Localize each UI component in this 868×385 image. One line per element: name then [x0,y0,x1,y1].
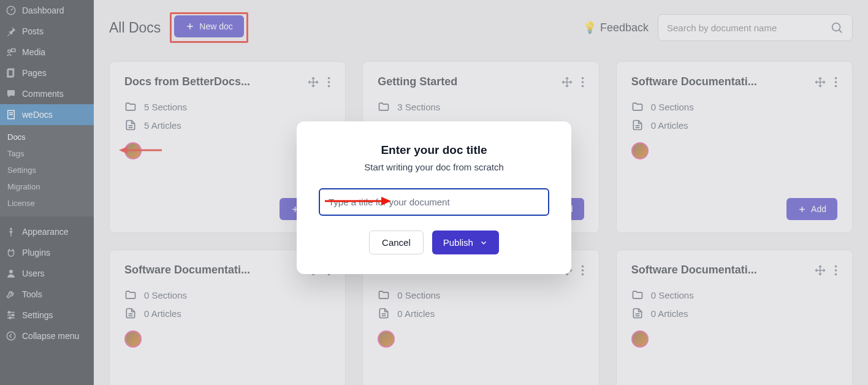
modal-subtitle: Start writing your doc from scratch [364,162,504,172]
modal-actions: Cancel Publish [369,231,499,254]
publish-button[interactable]: Publish [432,231,499,254]
publish-label: Publish [443,237,473,248]
annotation-arrow [325,197,391,205]
chevron-down-icon [479,238,488,247]
modal-title: Enter your doc title [381,143,487,157]
cancel-button[interactable]: Cancel [369,231,424,254]
svg-marker-75 [381,197,391,205]
modal-overlay: Enter your doc title Start writing your … [0,0,868,385]
